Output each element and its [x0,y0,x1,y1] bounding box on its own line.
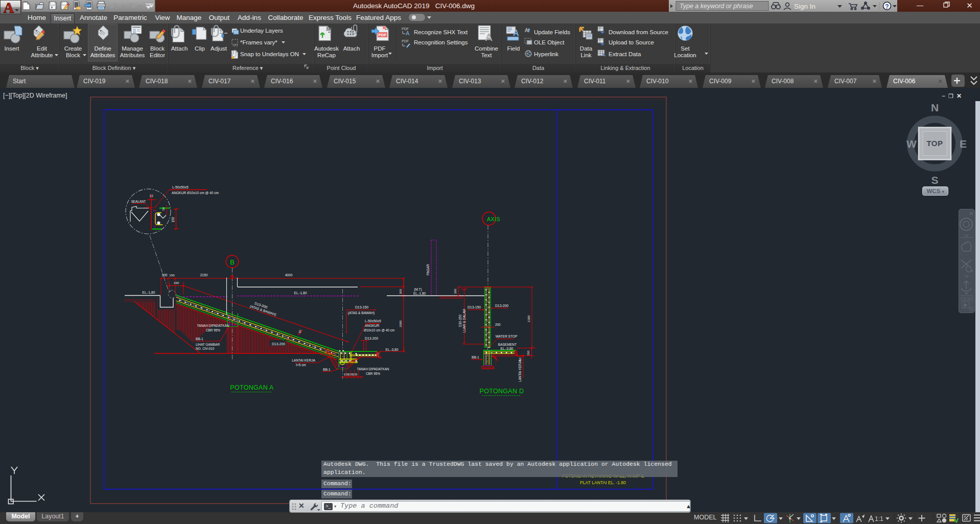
svg-text:OLE Object: OLE Object [534,39,565,45]
svg-text:?: ? [885,3,889,10]
svg-text:2300: 2300 [527,315,530,322]
svg-text:Link: Link [580,52,591,58]
svg-text:TANAH DIPADATKAN: TANAH DIPADATKAN [357,367,389,371]
svg-text:(ATAS & BAWAH): (ATAS & BAWAH) [348,311,375,315]
svg-text:Upload to Source: Upload to Source [609,39,654,45]
svg-text:D10-150: D10-150 [458,314,462,327]
svg-text:A: A [4,1,14,14]
svg-text:N: N [931,102,939,113]
svg-text:t=5 cm: t=5 cm [296,363,306,367]
svg-text:Manage: Manage [122,45,143,52]
svg-text:A: A [406,30,410,36]
svg-text:Attributes: Attributes [90,52,115,58]
svg-text:A: A [525,28,528,33]
svg-text:Sign In: Sign In [794,3,815,10]
svg-text:150: 150 [174,281,179,284]
svg-text:Edit: Edit [37,45,48,52]
svg-text:Extract Data: Extract Data [609,51,641,57]
svg-text:AXIS: AXIS [487,216,500,222]
svg-text:A: A [485,32,493,43]
svg-text:Insert: Insert [5,45,20,52]
svg-text:Recognition Settings: Recognition Settings [414,39,468,45]
svg-text:WATER STOP: WATER STOP [496,335,518,338]
svg-text:CBR 95%: CBR 95% [366,372,380,375]
svg-text:300: 300 [399,289,402,294]
svg-text:BB-1: BB-1 [323,368,331,371]
svg-text:2150: 2150 [200,273,208,277]
svg-text:Define: Define [94,45,111,52]
svg-text:*Frames vary*: *Frames vary* [240,39,277,45]
svg-text:Ø10x10 cm @ 40 cm: Ø10x10 cm @ 40 cm [364,328,394,332]
svg-text:150: 150 [353,373,357,376]
svg-text:D13-200: D13-200 [365,337,378,340]
svg-text:Location: Location [674,52,696,58]
svg-text:EL.-1,80: EL.-1,80 [294,291,307,295]
svg-text:50: 50 [298,329,302,334]
svg-text:L-50x50x5: L-50x50x5 [365,319,381,323]
svg-text:150: 150 [527,350,530,356]
svg-text:Text: Text [481,52,492,58]
svg-text:Update Fields: Update Fields [534,29,570,35]
svg-text:CBR 95%: CBR 95% [206,328,220,332]
svg-text:Clip: Clip [195,45,205,52]
svg-text:300: 300 [454,289,457,294]
svg-text:Recognize SHX Text: Recognize SHX Text [414,29,468,35]
svg-text:Hyperlink: Hyperlink [534,51,558,57]
svg-text:Block: Block [150,45,165,52]
svg-text:(x): (x) [234,43,238,47]
svg-text:BASEMENT: BASEMENT [498,343,517,346]
svg-text:LUAR & DALAM: LUAR & DALAM [462,309,466,332]
svg-text:Adjust: Adjust [211,45,227,52]
svg-text:A: A [513,29,519,37]
svg-text:Download from Source: Download from Source [609,29,668,35]
svg-text:PDF: PDF [402,39,409,43]
svg-text:E: E [960,138,967,150]
svg-text:Attribute: Attribute [31,52,53,58]
svg-text:PLAT LANTAI EL. -1.80: PLAT LANTAI EL. -1.80 [580,480,626,485]
svg-text:50: 50 [162,207,165,210]
svg-text:TOP: TOP [926,139,943,148]
svg-text:SEALANT: SEALANT [131,200,146,203]
svg-text:PDF: PDF [379,33,387,37]
svg-text:(M.T): (M.T) [414,288,422,292]
svg-text:Attach: Attach [171,45,188,52]
svg-text:Set: Set [681,45,690,52]
svg-text:Import: Import [371,52,388,58]
svg-text:B: B [230,258,235,266]
svg-text:D13-200: D13-200 [272,342,285,346]
svg-text:Field: Field [507,45,520,52]
svg-text:PAGAR: PAGAR [426,264,430,275]
svg-text:ReCap: ReCap [317,52,336,58]
svg-text:L-50x50x5: L-50x50x5 [172,185,189,189]
svg-text:300: 300 [161,273,167,277]
svg-text:BB-1: BB-1 [472,355,479,359]
svg-text:Create: Create [64,45,82,52]
svg-text:Underlay Layers: Underlay Layers [240,28,283,34]
svg-text:2000: 2000 [399,320,402,327]
svg-text:EL.-3,80: EL.-3,80 [386,348,399,351]
svg-text:Type a keyword or phrase: Type a keyword or phrase [680,3,753,10]
svg-text:Attach: Attach [343,45,360,52]
svg-text:LIHAT GAMBAR: LIHAT GAMBAR [196,343,220,346]
svg-text:LANTAI KERJA: LANTAI KERJA [292,359,315,362]
svg-text:Data: Data [580,45,593,52]
svg-text:POTONGAN D: POTONGAN D [480,388,524,395]
svg-text:POTONGAN A: POTONGAN A [230,384,274,391]
svg-text:200: 200 [495,323,501,326]
svg-text:LANTAI KERJA: LANTAI KERJA [518,359,522,382]
svg-text:1:1: 1:1 [875,515,883,522]
svg-text:ANGKUR: ANGKUR [365,324,379,327]
svg-text:BB-1: BB-1 [196,337,203,341]
svg-text:Editor: Editor [150,52,165,58]
svg-text:D13-150: D13-150 [355,305,368,309]
svg-text:4000: 4000 [285,273,293,277]
svg-text:ANGKUR Ø10x10 cm @ 40 cm: ANGKUR Ø10x10 cm @ 40 cm [172,191,219,195]
svg-text:Block: Block [66,52,80,58]
svg-text:150: 150 [171,217,175,222]
svg-text:Combine: Combine [475,45,498,52]
svg-text:150: 150 [169,273,175,277]
svg-text:D13-200: D13-200 [495,304,508,307]
svg-text:Attributes: Attributes [120,52,145,58]
svg-text:NO. CIV-010: NO. CIV-010 [196,347,215,350]
svg-text:S: S [931,174,938,186]
